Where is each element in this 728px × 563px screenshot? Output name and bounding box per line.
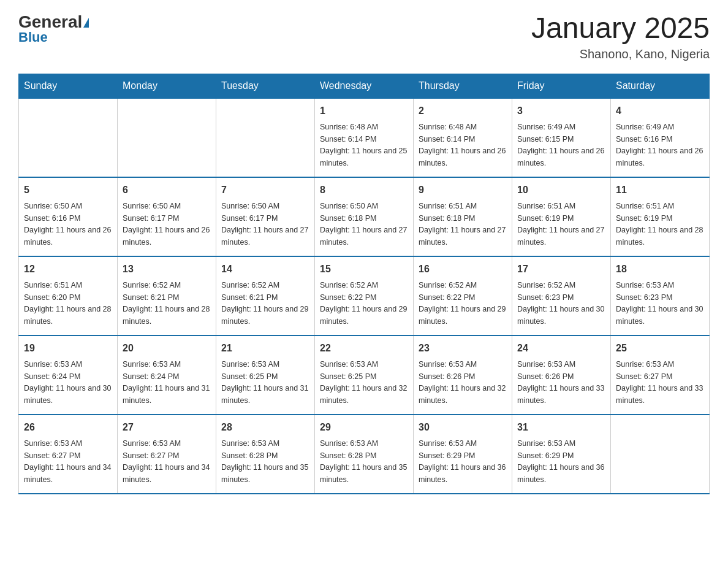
calendar-cell: 12Sunrise: 6:51 AM Sunset: 6:20 PM Dayli… bbox=[19, 256, 118, 335]
logo: General Blue bbox=[18, 12, 89, 45]
day-number: 16 bbox=[419, 262, 507, 277]
calendar-cell: 1Sunrise: 6:48 AM Sunset: 6:14 PM Daylig… bbox=[315, 98, 414, 177]
day-info: Sunrise: 6:50 AM Sunset: 6:17 PM Dayligh… bbox=[123, 202, 210, 247]
day-number: 8 bbox=[320, 183, 408, 197]
day-info: Sunrise: 6:53 AM Sunset: 6:25 PM Dayligh… bbox=[320, 360, 407, 405]
day-number: 27 bbox=[123, 420, 211, 435]
day-number: 20 bbox=[123, 341, 211, 356]
day-info: Sunrise: 6:51 AM Sunset: 6:19 PM Dayligh… bbox=[517, 202, 604, 247]
calendar-cell: 10Sunrise: 6:51 AM Sunset: 6:19 PM Dayli… bbox=[512, 177, 611, 256]
day-info: Sunrise: 6:50 AM Sunset: 6:16 PM Dayligh… bbox=[24, 202, 111, 247]
calendar-cell: 30Sunrise: 6:53 AM Sunset: 6:29 PM Dayli… bbox=[414, 415, 512, 494]
day-info: Sunrise: 6:53 AM Sunset: 6:29 PM Dayligh… bbox=[517, 439, 604, 484]
day-number: 18 bbox=[616, 262, 704, 277]
calendar-cell: 13Sunrise: 6:52 AM Sunset: 6:21 PM Dayli… bbox=[118, 256, 216, 335]
day-info: Sunrise: 6:52 AM Sunset: 6:22 PM Dayligh… bbox=[320, 281, 407, 326]
calendar-table: SundayMondayTuesdayWednesdayThursdayFrid… bbox=[18, 74, 710, 494]
calendar-cell: 25Sunrise: 6:53 AM Sunset: 6:27 PM Dayli… bbox=[611, 335, 710, 415]
calendar-week-row: 1Sunrise: 6:48 AM Sunset: 6:14 PM Daylig… bbox=[19, 98, 710, 177]
day-number: 5 bbox=[24, 183, 112, 197]
day-number: 14 bbox=[221, 262, 309, 277]
calendar-cell: 6Sunrise: 6:50 AM Sunset: 6:17 PM Daylig… bbox=[118, 177, 216, 256]
title-section: January 2025 Shanono, Kano, Nigeria bbox=[531, 12, 710, 61]
calendar-cell bbox=[118, 98, 216, 177]
calendar-cell: 17Sunrise: 6:52 AM Sunset: 6:23 PM Dayli… bbox=[512, 256, 611, 335]
calendar-week-row: 26Sunrise: 6:53 AM Sunset: 6:27 PM Dayli… bbox=[19, 415, 710, 494]
calendar-cell bbox=[216, 98, 315, 177]
day-info: Sunrise: 6:53 AM Sunset: 6:28 PM Dayligh… bbox=[221, 439, 308, 484]
weekday-header: Sunday bbox=[19, 74, 118, 98]
day-info: Sunrise: 6:49 AM Sunset: 6:16 PM Dayligh… bbox=[616, 123, 703, 167]
day-number: 30 bbox=[419, 420, 507, 435]
calendar-cell: 5Sunrise: 6:50 AM Sunset: 6:16 PM Daylig… bbox=[19, 177, 118, 256]
month-title: January 2025 bbox=[531, 12, 710, 45]
calendar-cell: 9Sunrise: 6:51 AM Sunset: 6:18 PM Daylig… bbox=[414, 177, 512, 256]
calendar-cell bbox=[611, 415, 710, 494]
day-number: 29 bbox=[320, 420, 408, 435]
day-info: Sunrise: 6:52 AM Sunset: 6:21 PM Dayligh… bbox=[123, 281, 210, 326]
day-number: 9 bbox=[419, 183, 507, 197]
day-number: 19 bbox=[24, 341, 112, 356]
calendar-cell: 22Sunrise: 6:53 AM Sunset: 6:25 PM Dayli… bbox=[315, 335, 414, 415]
day-number: 2 bbox=[419, 104, 507, 118]
day-info: Sunrise: 6:53 AM Sunset: 6:24 PM Dayligh… bbox=[123, 360, 210, 405]
day-number: 24 bbox=[517, 341, 605, 356]
calendar-cell: 23Sunrise: 6:53 AM Sunset: 6:26 PM Dayli… bbox=[414, 335, 512, 415]
day-number: 12 bbox=[24, 262, 112, 277]
calendar-cell: 2Sunrise: 6:48 AM Sunset: 6:14 PM Daylig… bbox=[414, 98, 512, 177]
day-number: 23 bbox=[419, 341, 507, 356]
calendar-cell: 15Sunrise: 6:52 AM Sunset: 6:22 PM Dayli… bbox=[315, 256, 414, 335]
day-info: Sunrise: 6:49 AM Sunset: 6:15 PM Dayligh… bbox=[517, 123, 604, 167]
weekday-header: Saturday bbox=[611, 74, 710, 98]
weekday-header: Friday bbox=[512, 74, 611, 98]
calendar-cell: 20Sunrise: 6:53 AM Sunset: 6:24 PM Dayli… bbox=[118, 335, 216, 415]
calendar-week-row: 12Sunrise: 6:51 AM Sunset: 6:20 PM Dayli… bbox=[19, 256, 710, 335]
calendar-cell: 8Sunrise: 6:50 AM Sunset: 6:18 PM Daylig… bbox=[315, 177, 414, 256]
calendar-cell: 21Sunrise: 6:53 AM Sunset: 6:25 PM Dayli… bbox=[216, 335, 315, 415]
day-info: Sunrise: 6:52 AM Sunset: 6:21 PM Dayligh… bbox=[221, 281, 308, 326]
calendar-cell: 11Sunrise: 6:51 AM Sunset: 6:19 PM Dayli… bbox=[611, 177, 710, 256]
day-number: 10 bbox=[517, 183, 605, 197]
day-info: Sunrise: 6:51 AM Sunset: 6:18 PM Dayligh… bbox=[419, 202, 506, 247]
day-number: 22 bbox=[320, 341, 408, 356]
day-number: 17 bbox=[517, 262, 605, 277]
day-number: 11 bbox=[616, 183, 704, 197]
day-number: 21 bbox=[221, 341, 309, 356]
day-number: 31 bbox=[517, 420, 605, 435]
calendar-header-row: SundayMondayTuesdayWednesdayThursdayFrid… bbox=[19, 74, 710, 98]
day-info: Sunrise: 6:53 AM Sunset: 6:28 PM Dayligh… bbox=[320, 439, 407, 484]
calendar-cell: 19Sunrise: 6:53 AM Sunset: 6:24 PM Dayli… bbox=[19, 335, 118, 415]
day-info: Sunrise: 6:52 AM Sunset: 6:23 PM Dayligh… bbox=[517, 281, 604, 326]
day-info: Sunrise: 6:51 AM Sunset: 6:20 PM Dayligh… bbox=[24, 281, 111, 326]
day-number: 6 bbox=[123, 183, 211, 197]
day-info: Sunrise: 6:53 AM Sunset: 6:25 PM Dayligh… bbox=[221, 360, 308, 405]
calendar-cell: 3Sunrise: 6:49 AM Sunset: 6:15 PM Daylig… bbox=[512, 98, 611, 177]
day-info: Sunrise: 6:51 AM Sunset: 6:19 PM Dayligh… bbox=[616, 202, 703, 247]
logo-blue: Blue bbox=[18, 29, 48, 45]
calendar-week-row: 5Sunrise: 6:50 AM Sunset: 6:16 PM Daylig… bbox=[19, 177, 710, 256]
day-info: Sunrise: 6:53 AM Sunset: 6:24 PM Dayligh… bbox=[24, 360, 111, 405]
day-number: 28 bbox=[221, 420, 309, 435]
calendar-cell: 31Sunrise: 6:53 AM Sunset: 6:29 PM Dayli… bbox=[512, 415, 611, 494]
day-info: Sunrise: 6:48 AM Sunset: 6:14 PM Dayligh… bbox=[419, 123, 506, 167]
calendar-cell: 26Sunrise: 6:53 AM Sunset: 6:27 PM Dayli… bbox=[19, 415, 118, 494]
day-info: Sunrise: 6:48 AM Sunset: 6:14 PM Dayligh… bbox=[320, 123, 407, 167]
day-info: Sunrise: 6:52 AM Sunset: 6:22 PM Dayligh… bbox=[419, 281, 506, 326]
day-number: 26 bbox=[24, 420, 112, 435]
location: Shanono, Kano, Nigeria bbox=[531, 47, 710, 61]
day-info: Sunrise: 6:53 AM Sunset: 6:26 PM Dayligh… bbox=[517, 360, 604, 405]
day-info: Sunrise: 6:53 AM Sunset: 6:27 PM Dayligh… bbox=[123, 439, 210, 484]
day-number: 1 bbox=[320, 104, 408, 118]
day-info: Sunrise: 6:53 AM Sunset: 6:27 PM Dayligh… bbox=[616, 360, 703, 405]
day-info: Sunrise: 6:53 AM Sunset: 6:23 PM Dayligh… bbox=[616, 281, 703, 326]
calendar-cell: 4Sunrise: 6:49 AM Sunset: 6:16 PM Daylig… bbox=[611, 98, 710, 177]
day-number: 7 bbox=[221, 183, 309, 197]
day-info: Sunrise: 6:50 AM Sunset: 6:18 PM Dayligh… bbox=[320, 202, 407, 247]
weekday-header: Monday bbox=[118, 74, 216, 98]
calendar-cell: 29Sunrise: 6:53 AM Sunset: 6:28 PM Dayli… bbox=[315, 415, 414, 494]
weekday-header: Wednesday bbox=[315, 74, 414, 98]
calendar-cell: 7Sunrise: 6:50 AM Sunset: 6:17 PM Daylig… bbox=[216, 177, 315, 256]
day-number: 25 bbox=[616, 341, 704, 356]
day-number: 3 bbox=[517, 104, 605, 118]
day-info: Sunrise: 6:50 AM Sunset: 6:17 PM Dayligh… bbox=[221, 202, 308, 247]
